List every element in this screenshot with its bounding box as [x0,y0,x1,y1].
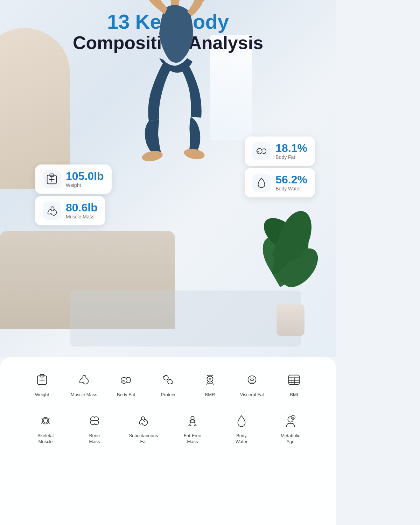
svg-text:%: % [257,150,260,153]
metric-bmr-icon [203,371,217,388]
metric-bmr: BMR [189,371,231,398]
metric-fatfreemass-icon [186,412,199,429]
metric-weight: Weight [21,371,63,398]
metric-bone-mass-label: BoneMass [89,433,100,445]
metric-bodywater-icon [235,412,248,429]
bodyfat-value: 18.1% [275,142,307,154]
bodywater-value: 56.2% [275,174,307,185]
svg-line-33 [142,419,145,422]
bodywater-stat-text: 56.2% Body Water [275,174,307,191]
bottom-panel: Weight Muscle Mass % Body Fat [0,357,336,525]
weight-stat-text: 105.0lb Weight [66,170,104,188]
metric-weight-icon [35,371,49,388]
bodyfat-icon: % [252,142,271,160]
bodywater-icon [252,174,271,192]
stat-card-weight: 105.0lb Weight [35,164,112,194]
metric-fat-free-mass: Fat-FreeMass [168,412,217,445]
metric-bonemass-icon [88,412,101,429]
svg-point-34 [191,416,194,420]
stat-card-muscle: 80.6lb Muscle Mass [35,196,105,225]
weight-icon [43,170,61,188]
metric-protein-label: Protein [161,392,175,398]
metric-body-water: BodyWater [217,412,266,445]
muscle-icon [43,202,61,220]
metric-bodyfat-icon: % [119,371,133,388]
metric-subcutaneous-fat: SubcutaneousFat [119,412,168,445]
metric-metabolicage-icon: ★ [284,412,297,429]
muscle-stat-text: 80.6lb Muscle Mass [66,202,98,219]
metric-protein: Protein [147,371,189,398]
metric-metabolic-age-label: MetabolicAge [281,433,300,445]
metrics-row-1: Weight Muscle Mass % Body Fat [21,371,315,398]
svg-point-6 [183,147,205,161]
metric-fat-free-mass-label: Fat-FreeMass [184,433,201,445]
metric-visceral-fat: Visceral Fat [231,371,273,398]
metric-subcutaneous-fat-label: SubcutaneousFat [129,433,158,445]
bodyfat-stat-text: 18.1% Body Fat [275,142,307,160]
stat-card-bodyfat: % 18.1% Body Fat [245,136,315,166]
bodywater-label: Body Water [275,186,307,191]
metric-bmr-label: BMR [205,392,215,398]
weight-label: Weight [66,182,104,188]
svg-rect-26 [289,375,299,385]
metric-protein-icon [161,371,175,388]
svg-text:★: ★ [292,416,294,419]
metric-body-water-label: BodyWater [236,433,247,445]
metric-skeletal-muscle: SkeletalMuscle [21,412,70,445]
metric-visceralfat-label: Visceral Fat [240,392,264,398]
metric-body-fat: % Body Fat [105,371,147,398]
svg-point-24 [209,378,211,380]
muscle-value: 80.6lb [66,202,98,213]
metric-bmi-label: BMI [290,392,298,398]
metric-bmi: BMI [273,371,315,398]
metrics-row-2: SkeletalMuscle BoneMass SubcutaneousFat [21,412,315,445]
metric-subcutaneousfat-icon [137,412,150,429]
plant-decoration [259,203,322,336]
metric-skeletal-muscle-label: SkeletalMuscle [37,433,54,445]
metric-metabolic-age: ★ MetabolicAge [266,412,315,445]
metric-bodyfat-label: Body Fat [117,392,135,398]
metric-bone-mass: BoneMass [70,412,119,445]
person-figure [105,0,238,196]
metric-skeletalmuscle-icon [39,412,52,429]
metric-bmi-icon [287,371,301,388]
metric-muscle-mass: Muscle Mass [63,371,105,398]
svg-point-25 [248,376,256,384]
svg-text:%: % [122,379,125,383]
metric-weight-label: Weight [35,392,49,398]
stat-card-bodywater: 56.2% Body Water [245,168,315,197]
bodyfat-label: Body Fat [275,154,307,160]
muscle-label: Muscle Mass [66,214,98,219]
metric-muscle-label: Muscle Mass [71,392,97,398]
metric-visceralfat-icon [245,371,259,388]
weight-value: 105.0lb [66,170,104,182]
metric-muscle-icon [77,371,91,388]
